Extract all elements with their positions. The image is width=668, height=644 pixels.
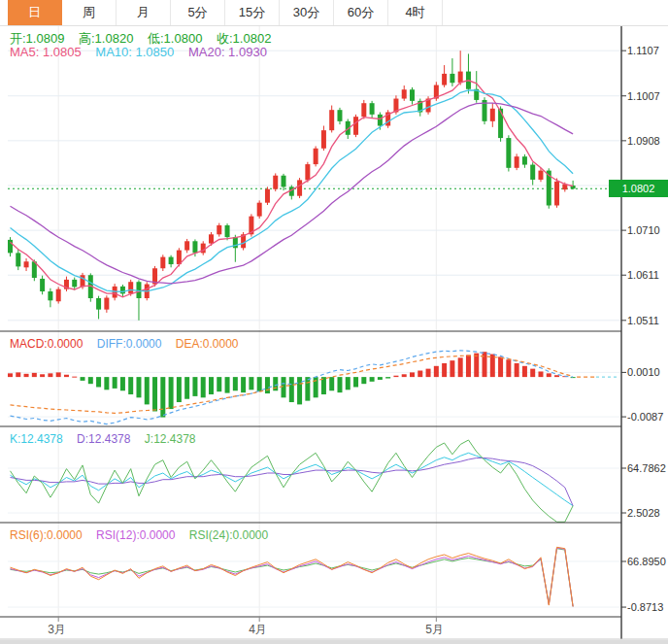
x-axis-label-march: 3月: [48, 622, 66, 638]
legend-dea-value: DEA:0.0000: [176, 337, 239, 351]
bottom-gray-strip: [0, 640, 668, 644]
y-axis-label: 1.0511: [627, 315, 668, 326]
y-axis-label: 1.0908: [627, 135, 668, 147]
legend-rsi24-value: RSI(24):0.0000: [189, 528, 268, 542]
x-axis-label-may: 5月: [425, 622, 444, 638]
legend-ma20: MA20: 1.0930: [188, 45, 267, 59]
legend-rsi6-value: RSI(6):0.0000: [10, 528, 83, 542]
legend-high: 高:1.0820: [79, 31, 133, 46]
y-axis-label: 64.7862: [627, 462, 668, 474]
legend-open: 开:1.0809: [10, 31, 64, 46]
legend-d-value: D:12.4378: [77, 432, 130, 446]
legend-rsi12-value: RSI(12):0.0000: [96, 528, 175, 542]
legend-macd-value: MACD:0.0000: [10, 337, 83, 351]
legend-diff-value: DIFF:0.0000: [97, 337, 162, 351]
legend-j-value: J:12.4378: [145, 432, 196, 446]
chart-canvas[interactable]: [0, 0, 668, 644]
y-axis-label: -0.8713: [627, 601, 668, 613]
k-line: [11, 453, 574, 505]
y-axis-label: -0.0087: [627, 411, 668, 423]
rsi12-line: [11, 548, 574, 606]
legend-close: 收:1.0802: [217, 31, 271, 46]
legend-ma10: MA10: 1.0850: [95, 45, 174, 59]
tab-week[interactable]: 周: [62, 0, 117, 25]
tab-day[interactable]: 日: [8, 0, 62, 25]
y-axis-label: 2.5028: [627, 507, 668, 519]
y-axis-label: 66.8950: [627, 556, 668, 567]
kdj-legend: K:12.4378 D:12.4378 J:12.4378: [10, 432, 207, 446]
rsi6-line: [11, 547, 574, 606]
y-axis-label: 0.0010: [627, 366, 668, 378]
tab-60min[interactable]: 60分: [334, 0, 388, 25]
rsi-legend: RSI(6):0.0000 RSI(12):0.0000 RSI(24):0.0…: [10, 528, 279, 542]
legend-low: 低:1.0800: [148, 31, 202, 46]
timeframe-tabbar: 日 周 月 5分 15分 30分 60分 4时: [0, 0, 668, 26]
legend-k-value: K:12.4378: [10, 432, 63, 446]
tab-4hour[interactable]: 4时: [388, 0, 443, 25]
j-line: [11, 440, 574, 522]
macd-legend: MACD:0.0000 DIFF:0.0000 DEA:0.0000: [10, 337, 249, 351]
current-price-badge: 1.0802: [609, 180, 668, 197]
tab-30min[interactable]: 30分: [280, 0, 334, 25]
chart-app: 日 周 月 5分 15分 30分 60分 4时 开:1.0809 高:1.082…: [0, 0, 668, 644]
legend-ma5: MA5: 1.0805: [10, 45, 82, 59]
y-axis-label: 1.1007: [627, 90, 668, 102]
y-axis-label: 1.0611: [627, 269, 668, 281]
y-axis-label: 1.0710: [627, 224, 668, 236]
y-axis-label: 1.1107: [627, 45, 668, 56]
x-axis-label-april: 4月: [249, 622, 267, 638]
ma-legend: MA5: 1.0805 MA10: 1.0850 MA20: 1.0930: [10, 45, 278, 59]
tab-15min[interactable]: 15分: [225, 0, 280, 25]
tab-5min[interactable]: 5分: [171, 0, 225, 25]
tab-month[interactable]: 月: [117, 0, 171, 25]
